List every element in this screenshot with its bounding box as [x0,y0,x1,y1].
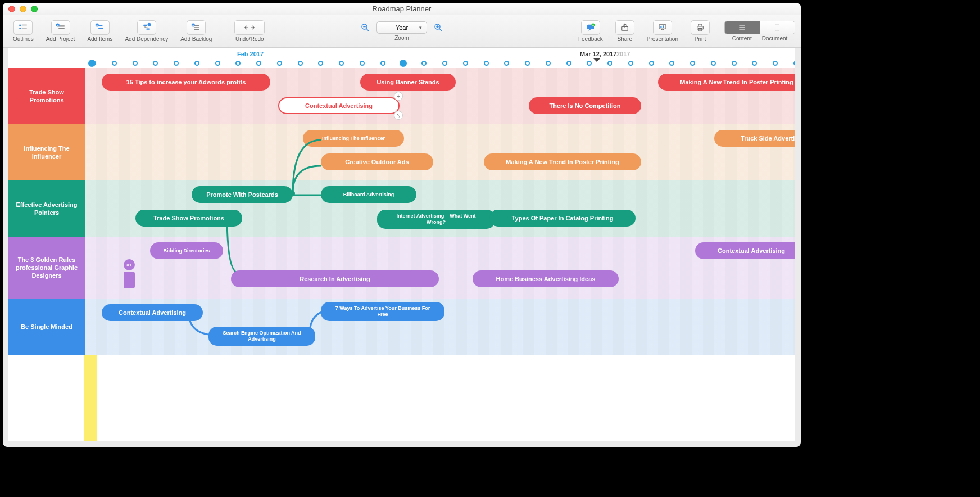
lane-label[interactable]: The 3 Golden Rules professional Graphic … [8,237,85,299]
task[interactable]: Trade Show Promotions [135,210,242,227]
toolbar: Outlines + Add Project + Add Items + Add… [3,15,801,48]
feedback-icon: + [581,20,600,35]
zoom-window-icon[interactable] [31,6,38,12]
svg-rect-5 [58,28,65,29]
task[interactable]: Contextual Advertising [102,304,203,321]
task[interactable]: Making A New Trend In Poster Printing [658,74,795,91]
svg-rect-0 [20,25,21,26]
svg-text:+: + [148,23,151,26]
task[interactable]: There Is No Competition [529,97,641,114]
add-backlog-button[interactable]: + Add Backlog [176,19,216,43]
task[interactable]: Promote With Postcards [192,186,293,203]
task[interactable]: Influencing The Influencer [303,130,404,147]
add-dependency-button[interactable]: + Add Dependency [120,19,173,43]
svg-rect-8 [98,25,103,26]
svg-rect-2 [20,28,21,29]
add-backlog-icon: + [187,20,206,35]
print-icon [691,20,710,35]
svg-rect-12 [143,25,147,26]
milestone[interactable] [124,272,135,288]
lane-golden-rules: The 3 Golden Rules professional Graphic … [8,237,795,299]
add-items-icon: + [90,20,110,35]
presentation-button[interactable]: Presentation [642,19,683,43]
share-button[interactable]: Share [611,19,639,43]
task[interactable]: 15 Tips to increase your Adwords profits [102,74,270,91]
date-label-ghost: 2017 [616,51,630,57]
lane-content[interactable]: Influencing The Influencer Creative Outd… [85,124,795,180]
svg-text:+: + [192,24,194,27]
lane-content[interactable]: 15 Tips to increase your Adwords profits… [85,68,795,124]
svg-rect-41 [775,25,779,30]
svg-rect-4 [58,25,65,26]
traffic-lights [8,6,38,12]
task[interactable]: 7 Ways To Advertise Your Business For Fr… [321,302,444,321]
roadmap-canvas[interactable]: Feb 2017 Mar 12, 2017 2017 Trade Show Pr… [8,48,795,441]
task[interactable]: Truck Side Advertising Isn T It Time [714,130,795,147]
svg-rect-17 [194,27,199,28]
zoom-out-icon[interactable] [360,22,371,33]
zoom-select[interactable]: Year [376,21,427,34]
task[interactable]: Research In Advertising [231,270,439,287]
task[interactable]: Internet Advertising – What Went Wrong? [377,210,495,229]
svg-rect-13 [146,29,150,30]
titlebar: Roadmap Planner [3,3,801,15]
lane-influencer: Influencing The Influencer Influencing T… [8,124,795,180]
lane-label[interactable]: Effective Advertising Pointers [8,180,85,237]
add-handle-icon[interactable]: + [394,92,403,101]
lane-content[interactable]: Bidding Directories #1 Research In Adver… [85,237,795,299]
svg-text:+: + [96,24,98,27]
task[interactable]: Contextual Advertising [695,242,795,259]
task[interactable]: Types Of Paper In Catalog Printing [489,210,636,227]
task[interactable]: Search Engine Optimization And Advertisi… [208,327,315,346]
close-icon[interactable] [8,6,15,12]
svg-rect-34 [663,25,664,28]
task[interactable]: Billboard Advertising [321,186,416,203]
content-tab[interactable] [725,21,760,34]
lane-label[interactable]: Be Single Minded [8,299,85,355]
print-button[interactable]: Print [686,19,714,43]
timeline-ruler[interactable]: Feb 2017 Mar 12, 2017 2017 [85,48,795,68]
date-label-feb: Feb 2017 [237,51,264,57]
minimize-icon[interactable] [20,6,26,12]
resize-handle-icon[interactable]: ⤡ [394,111,403,120]
outlines-icon [13,20,33,35]
svg-rect-9 [98,28,103,29]
lane-trade-show: Trade Show Promotions 15 Tips to increas… [8,68,795,124]
task[interactable]: Using Banner Stands [360,74,456,91]
task[interactable]: Creative Outdoor Ads [321,153,433,170]
undo-redo-button[interactable]: Undo/Redo [230,19,269,43]
task[interactable]: Home Business Advertising Ideas [473,270,619,287]
svg-line-25 [439,29,442,31]
task[interactable]: Bidding Directories [150,242,223,259]
svg-line-22 [366,29,369,31]
lane-label[interactable]: Influencing The Influencer [8,124,85,180]
window-title: Roadmap Planner [373,4,432,13]
lane-content[interactable]: Contextual Advertising Search Engine Opt… [85,299,795,355]
lane-content[interactable]: Promote With Postcards Billboard Adverti… [85,180,795,237]
document-tab[interactable] [760,21,795,34]
presentation-icon [653,20,672,35]
svg-rect-40 [739,29,745,29]
zoom-in-icon[interactable] [433,22,444,33]
svg-text:+: + [592,24,595,27]
feedback-button[interactable]: + Feedback [574,19,607,43]
svg-rect-18 [194,29,199,30]
task[interactable]: Making A New Trend In Poster Printing [484,153,641,170]
lane-effective-advertising: Effective Advertising Pointers Promote W… [8,180,795,237]
svg-rect-37 [698,29,702,31]
svg-rect-1 [22,25,27,26]
outlines-button[interactable]: Outlines [8,19,38,43]
svg-rect-35 [697,26,704,29]
lane-single-minded: Be Single Minded Contextual Advertising … [8,299,795,355]
add-items-button[interactable]: + Add Items [83,19,117,43]
svg-rect-39 [739,27,745,28]
lanes: Trade Show Promotions 15 Tips to increas… [8,68,795,355]
milestone-badge[interactable]: #1 [124,259,135,270]
timeline-dots [91,61,790,66]
share-icon [615,20,634,35]
lane-label[interactable]: Trade Show Promotions [8,68,85,124]
zoom-group: Year Zoom [360,21,444,41]
svg-rect-3 [22,28,27,29]
task-selected[interactable]: Contextual Advertising [278,97,400,114]
add-project-button[interactable]: + Add Project [42,19,80,43]
